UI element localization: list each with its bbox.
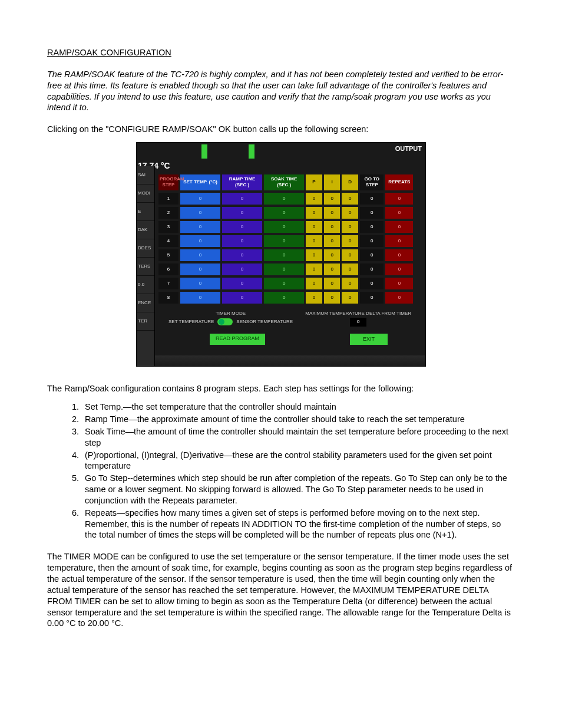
settemp-cell[interactable]: 0: [180, 249, 220, 261]
ramp-cell[interactable]: 0: [222, 249, 262, 261]
p-cell[interactable]: 0: [306, 235, 322, 247]
exit-button[interactable]: EXIT: [350, 334, 388, 345]
settemp-cell[interactable]: 0: [180, 207, 220, 219]
repeats-cell[interactable]: 0: [385, 263, 413, 275]
soak-cell[interactable]: 0: [264, 292, 304, 304]
soak-cell[interactable]: 0: [264, 249, 304, 261]
repeats-cell[interactable]: 0: [385, 278, 413, 289]
settemp-cell[interactable]: 0: [180, 278, 220, 289]
ramp-cell[interactable]: 0: [222, 221, 262, 233]
steps-list: Set Temp.—the set temperature that the c…: [47, 401, 515, 541]
output-label: OUTPUT: [395, 144, 422, 153]
step-cell: 5: [158, 249, 178, 261]
indicator-bar: [249, 144, 254, 159]
p-cell[interactable]: 0: [306, 278, 322, 289]
d-cell[interactable]: 0: [342, 292, 358, 304]
sidebar-fragment: MODI: [137, 185, 154, 203]
p-cell[interactable]: 0: [306, 221, 322, 233]
list-item: Repeats—specifies how many times a given…: [81, 508, 515, 541]
d-cell[interactable]: 0: [342, 193, 358, 205]
goto-cell[interactable]: 0: [360, 207, 384, 219]
i-cell[interactable]: 0: [324, 292, 340, 304]
i-cell[interactable]: 0: [324, 278, 340, 289]
ramp-cell[interactable]: 0: [222, 278, 262, 289]
delta-value-field[interactable]: 0: [350, 318, 366, 326]
disclaimer-paragraph: The RAMP/SOAK feature of the TC-720 is h…: [47, 69, 515, 113]
step-cell: 1: [158, 193, 178, 205]
soak-cell[interactable]: 0: [264, 235, 304, 247]
repeats-cell[interactable]: 0: [385, 221, 413, 233]
d-cell[interactable]: 0: [342, 207, 358, 219]
goto-cell[interactable]: 0: [360, 193, 384, 205]
i-cell[interactable]: 0: [324, 207, 340, 219]
step-cell: 6: [158, 263, 178, 275]
delta-label: MAXIMUM TEMPERATURE DELTA FROM TIMER: [305, 311, 411, 317]
screenshot-footer: [137, 355, 425, 366]
ramp-cell[interactable]: 0: [222, 193, 262, 205]
i-cell[interactable]: 0: [324, 235, 340, 247]
table-row: 100000000: [158, 193, 421, 205]
d-cell[interactable]: 0: [342, 221, 358, 233]
d-cell[interactable]: 0: [342, 263, 358, 275]
col-ramp-header: RAMP TIME (SEC.): [222, 174, 262, 190]
col-goto-header: GO TO STEP: [360, 174, 384, 190]
d-cell[interactable]: 0: [342, 278, 358, 289]
repeats-cell[interactable]: 0: [385, 249, 413, 261]
soak-cell[interactable]: 0: [264, 207, 304, 219]
goto-cell[interactable]: 0: [360, 235, 384, 247]
timer-mode-set-label: SET TEMPERATURE: [168, 319, 214, 325]
i-cell[interactable]: 0: [324, 193, 340, 205]
soak-cell[interactable]: 0: [264, 221, 304, 233]
p-cell[interactable]: 0: [306, 207, 322, 219]
ramp-cell[interactable]: 0: [222, 207, 262, 219]
repeats-cell[interactable]: 0: [385, 193, 413, 205]
timer-mode-toggle[interactable]: [217, 318, 233, 325]
col-step-header: PROGRAM STEP: [158, 174, 178, 190]
indicator-bar: [201, 144, 207, 159]
goto-cell[interactable]: 0: [360, 292, 384, 304]
intro-line: Clicking on the "CONFIGURE RAMP/SOAK" OK…: [47, 124, 515, 135]
ramp-cell[interactable]: 0: [222, 292, 262, 304]
ramp-cell[interactable]: 0: [222, 263, 262, 275]
goto-cell[interactable]: 0: [360, 263, 384, 275]
ramp-cell[interactable]: 0: [222, 235, 262, 247]
goto-cell[interactable]: 0: [360, 249, 384, 261]
settemp-cell[interactable]: 0: [180, 292, 220, 304]
list-item: (P)roportional, (I)ntegral, (D)erivative…: [81, 450, 515, 472]
soak-cell[interactable]: 0: [264, 193, 304, 205]
read-program-button[interactable]: READ PROGRAM: [210, 334, 265, 345]
timer-mode-sensor-label: SENSOR TEMPERATURE: [236, 319, 293, 325]
d-cell[interactable]: 0: [342, 235, 358, 247]
settemp-cell[interactable]: 0: [180, 221, 220, 233]
goto-cell[interactable]: 0: [360, 221, 384, 233]
p-cell[interactable]: 0: [306, 249, 322, 261]
col-soak-header: SOAK TIME (SEC.): [264, 174, 304, 190]
i-cell[interactable]: 0: [324, 221, 340, 233]
sidebar-fragment: DAK: [137, 221, 154, 239]
settemp-cell[interactable]: 0: [180, 263, 220, 275]
step-cell: 4: [158, 235, 178, 247]
d-cell[interactable]: 0: [342, 249, 358, 261]
repeats-cell[interactable]: 0: [385, 235, 413, 247]
p-cell[interactable]: 0: [306, 263, 322, 275]
table-row: 400000000: [158, 235, 421, 247]
soak-cell[interactable]: 0: [264, 278, 304, 289]
p-cell[interactable]: 0: [306, 292, 322, 304]
sidebar-fragment: TERS: [137, 258, 154, 276]
left-sidebar-strip: SAI MODI E DAK DDES TERS 0.0 ENCE TER: [137, 166, 155, 366]
repeats-cell[interactable]: 0: [385, 207, 413, 219]
goto-cell[interactable]: 0: [360, 278, 384, 289]
repeats-cell[interactable]: 0: [385, 292, 413, 304]
p-cell[interactable]: 0: [306, 193, 322, 205]
i-cell[interactable]: 0: [324, 249, 340, 261]
settemp-cell[interactable]: 0: [180, 193, 220, 205]
col-i-header: I: [324, 174, 340, 190]
i-cell[interactable]: 0: [324, 263, 340, 275]
soak-cell[interactable]: 0: [264, 263, 304, 275]
sidebar-fragment: ENCE: [137, 294, 154, 312]
settemp-cell[interactable]: 0: [180, 235, 220, 247]
timer-mode-label: TIMER MODE: [216, 311, 246, 317]
table-row: 200000000: [158, 207, 421, 219]
config-screenshot: OUTPUT 17.74 °C SAI MODI E DAK DDES TERS…: [136, 142, 426, 367]
list-item: Ramp Time—the approximate amount of time…: [81, 414, 515, 425]
